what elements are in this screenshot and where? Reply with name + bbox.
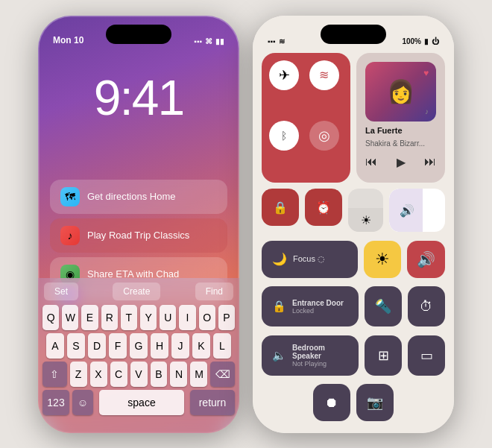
siri-item-directions-label: Get directions Home bbox=[87, 191, 176, 202]
key-j[interactable]: J bbox=[171, 333, 189, 359]
cc-connectivity-tile[interactable]: ✈ ≋ ᛒ ◎ bbox=[262, 53, 350, 183]
cc-focus-btn[interactable]: 🌙 Focus ◌ bbox=[262, 241, 358, 278]
key-p[interactable]: P bbox=[218, 305, 235, 330]
door-label: Entrance Door bbox=[292, 299, 344, 307]
next-btn[interactable]: ⏭ bbox=[424, 155, 436, 168]
play-btn[interactable]: ▶ bbox=[397, 155, 406, 169]
key-c[interactable]: C bbox=[110, 362, 127, 387]
wifi-icon: ⌘ bbox=[205, 37, 212, 45]
siri-item-music[interactable]: ♪ Play Road Trip Classics bbox=[50, 218, 227, 253]
battery-area-right: 100% ▮ ⏻ bbox=[402, 37, 439, 45]
cc-calculator-btn[interactable]: ⊞ bbox=[365, 335, 402, 376]
signal-icon-right: ▪▪▪ bbox=[268, 37, 276, 45]
conn-grid: ✈ ≋ ᛒ ◎ bbox=[269, 60, 343, 176]
cc-grid: ✈ ≋ ᛒ ◎ 👩 ♥ ♪ bbox=[262, 53, 445, 424]
screen-icon: ▭ bbox=[420, 347, 433, 364]
key-a[interactable]: A bbox=[46, 333, 64, 359]
key-t[interactable]: T bbox=[121, 305, 137, 330]
key-r[interactable]: R bbox=[101, 305, 118, 330]
key-return[interactable]: return bbox=[190, 390, 235, 415]
key-m[interactable]: M bbox=[190, 362, 207, 387]
key-n[interactable]: N bbox=[170, 362, 187, 387]
door-sublabel: Locked bbox=[292, 307, 344, 315]
cc-screen-mirror-btn[interactable]: ▭ bbox=[408, 335, 445, 376]
key-w[interactable]: W bbox=[62, 305, 78, 330]
cc-music-tile[interactable]: 👩 ♥ ♪ La Fuerte Shakira & Bizarr... ⏮ ▶ … bbox=[356, 53, 445, 183]
speaker-label: Bedroom Speaker bbox=[292, 344, 348, 360]
airplane-icon: ✈ bbox=[279, 67, 290, 83]
brightness-icon: ☀ bbox=[361, 213, 371, 227]
volume-icon: 🔊 bbox=[400, 204, 414, 218]
key-set[interactable]: Set bbox=[44, 283, 78, 300]
cc-door-btn[interactable]: 🔒 Entrance Door Locked bbox=[262, 286, 359, 326]
key-shift[interactable]: ⇧ bbox=[42, 362, 67, 387]
key-s[interactable]: S bbox=[67, 333, 85, 359]
door-info: Entrance Door Locked bbox=[292, 299, 344, 315]
cc-weather-btn[interactable]: ☀ bbox=[364, 241, 401, 278]
focus-label: Focus ◌ bbox=[293, 254, 325, 264]
prev-btn[interactable]: ⏮ bbox=[365, 155, 377, 168]
keyboard-row-4: 123 ☺ space return bbox=[42, 390, 235, 415]
music-icon: ♪ bbox=[60, 226, 80, 245]
key-emoji[interactable]: ☺ bbox=[72, 390, 93, 415]
dynamic-island-left bbox=[106, 25, 171, 44]
sun-icon: ☀ bbox=[375, 250, 390, 269]
key-create[interactable]: Create bbox=[113, 283, 160, 300]
wifi-btn[interactable]: ≋ bbox=[309, 60, 339, 90]
key-d[interactable]: D bbox=[88, 333, 106, 359]
key-h[interactable]: H bbox=[151, 333, 168, 359]
siri-item-directions[interactable]: 🗺 Get directions Home bbox=[50, 180, 227, 214]
key-find[interactable]: Find bbox=[195, 283, 233, 300]
music-controls: ⏮ ▶ ⏭ bbox=[365, 155, 436, 169]
airdrop-btn[interactable]: ◎ bbox=[309, 121, 339, 151]
key-e[interactable]: E bbox=[81, 305, 98, 330]
key-123[interactable]: 123 bbox=[42, 390, 69, 415]
status-icons-left: ▪▪▪ ⌘ ▮▮ bbox=[194, 37, 224, 45]
cc-flashlight-btn[interactable]: 🔦 bbox=[365, 286, 402, 326]
wifi-conn-icon: ≋ bbox=[319, 68, 329, 82]
cc-camera-btn[interactable]: 📷 bbox=[356, 384, 394, 421]
keyboard-row-3: ⇧ Z X C V B N M ⌫ bbox=[42, 362, 235, 387]
key-y[interactable]: Y bbox=[140, 305, 157, 330]
cc-row6: 🔈 Bedroom Speaker Not Playing ⊞ ▭ bbox=[262, 335, 445, 376]
signal-icon: ▪▪▪ bbox=[194, 37, 202, 45]
key-o[interactable]: O bbox=[199, 305, 215, 330]
cc-timer-btn[interactable]: ⏱ bbox=[408, 286, 445, 326]
key-delete[interactable]: ⌫ bbox=[210, 362, 235, 387]
key-q[interactable]: Q bbox=[42, 305, 59, 330]
camera-icon: 📷 bbox=[367, 394, 383, 411]
cc-row3: 🔒 ⏰ ☀ 🔊 bbox=[262, 189, 445, 232]
key-x[interactable]: X bbox=[90, 362, 107, 387]
key-u[interactable]: U bbox=[160, 305, 176, 330]
key-g[interactable]: G bbox=[130, 333, 148, 359]
cc-volume-btn[interactable]: 🔊 bbox=[407, 241, 445, 278]
key-f[interactable]: F bbox=[109, 333, 127, 359]
timer-icon: ⏱ bbox=[420, 299, 433, 315]
cc-screen-record-btn[interactable]: ⏺ bbox=[313, 384, 350, 421]
bluetooth-icon: ᛒ bbox=[281, 130, 287, 142]
key-v[interactable]: V bbox=[130, 362, 148, 387]
cc-lock-btn[interactable]: 🔒 bbox=[262, 189, 299, 226]
airplane-mode-btn[interactable]: ✈ bbox=[269, 60, 299, 90]
status-icons-right: ▪▪▪ ≋ bbox=[268, 37, 285, 45]
key-k[interactable]: K bbox=[192, 333, 210, 359]
cc-row5: 🔒 Entrance Door Locked 🔦 ⏱ bbox=[262, 286, 445, 326]
bluetooth-btn[interactable]: ᛒ bbox=[269, 121, 299, 151]
key-b[interactable]: B bbox=[151, 362, 168, 387]
cc-speaker-btn[interactable]: 🔈 Bedroom Speaker Not Playing bbox=[262, 335, 359, 376]
heart-icon: ♥ bbox=[423, 68, 429, 78]
speaker-icon: 🔊 bbox=[417, 250, 435, 268]
key-l[interactable]: L bbox=[213, 333, 231, 359]
keyboard-top-row: Set Create Find bbox=[42, 283, 235, 300]
cc-volume-slider[interactable]: 🔊 bbox=[389, 189, 445, 232]
siri-item-music-label: Play Road Trip Classics bbox=[87, 230, 189, 241]
key-i[interactable]: I bbox=[179, 305, 195, 330]
right-phone: ▪▪▪ ≋ 100% ▮ ⏻ ✈ ≋ ᛒ bbox=[253, 16, 454, 433]
key-z[interactable]: Z bbox=[70, 362, 87, 387]
cc-brightness-slider[interactable]: ☀ bbox=[348, 189, 383, 232]
keyboard-row-1: Q W E R T Y U I O P bbox=[42, 305, 235, 330]
key-space[interactable]: space bbox=[99, 390, 184, 415]
maps-icon: 🗺 bbox=[60, 187, 80, 206]
alarm-icon: ⏰ bbox=[316, 201, 331, 215]
cc-alarm-btn[interactable]: ⏰ bbox=[305, 189, 342, 226]
